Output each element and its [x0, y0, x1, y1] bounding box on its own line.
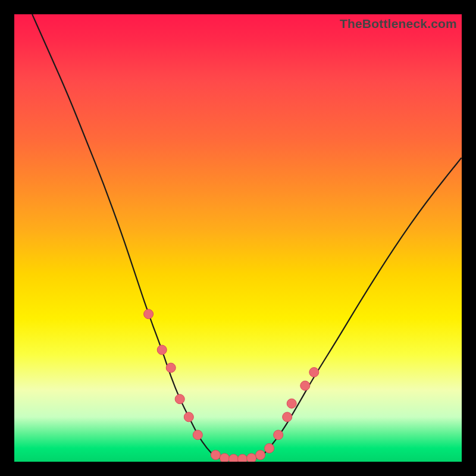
chart-svg: [14, 14, 462, 462]
data-point-12: [265, 443, 274, 453]
watermark-text: TheBottleneck.com: [340, 17, 457, 31]
data-point-9: [238, 455, 248, 462]
data-point-6: [211, 450, 220, 460]
data-point-11: [256, 450, 265, 460]
data-point-10: [247, 453, 256, 462]
markers-group: [144, 309, 319, 462]
data-point-3: [175, 394, 184, 404]
data-point-16: [300, 381, 310, 390]
data-point-14: [283, 412, 292, 422]
series-left-curve: [32, 14, 215, 458]
data-point-17: [309, 368, 319, 377]
chart-container: TheBottleneck.com: [0, 0, 476, 476]
plot-area: TheBottleneck.com: [14, 14, 462, 462]
data-point-2: [166, 363, 176, 372]
data-point-8: [229, 455, 239, 462]
data-point-15: [287, 399, 296, 408]
data-point-5: [193, 430, 202, 440]
series-group: [32, 14, 462, 459]
data-point-7: [220, 453, 229, 462]
data-point-4: [184, 412, 193, 422]
data-point-0: [144, 309, 154, 319]
data-point-1: [157, 345, 167, 355]
series-right-curve: [261, 158, 462, 458]
data-point-13: [274, 430, 283, 440]
